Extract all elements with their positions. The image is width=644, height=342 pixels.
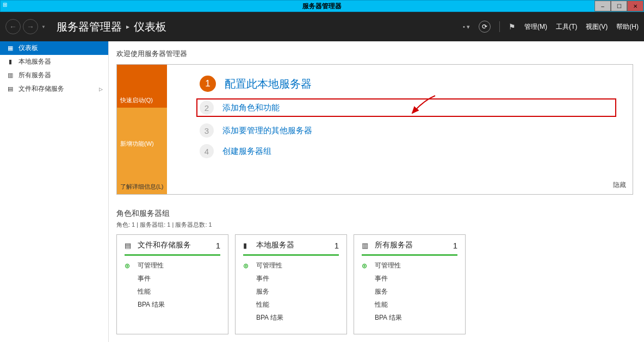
sidebar-item-dashboard[interactable]: ▦ 仪表板 [0,41,108,55]
tab-quickstart[interactable]: 快速启动(Q) [117,65,167,108]
minimize-button[interactable]: – [595,1,611,11]
step-label: 创建服务器组 [222,146,271,157]
file-storage-icon: ▤ [125,241,133,250]
header-right: • ▾ ⟳ ⚑ 管理(M) 工具(T) 视图(V) 帮助(H) [463,21,639,33]
step-number-badge: 3 [200,123,214,138]
card-row-services[interactable]: ⊛服务 [243,287,339,296]
card-row-label: 可管理性 [256,261,282,270]
sidebar-item-label: 仪表板 [18,43,38,53]
card-row-events[interactable]: ⊛事件 [243,274,339,283]
card-row-services[interactable]: ⊛服务 [362,287,457,296]
card-row-events[interactable]: ⊛事件 [362,274,457,283]
step-number-badge: 4 [200,144,214,158]
tab-label: 了解详细信息(L) [120,183,163,191]
roles-groups-heading: 角色和服务器组 [116,209,633,219]
card-row-bpa[interactable]: ⊛BPA 结果 [362,313,457,322]
sidebar-item-local-server[interactable]: ▮ 本地服务器 [0,55,108,69]
maximize-button[interactable]: ☐ [611,1,627,11]
notifications-flag-icon[interactable]: ⚑ [509,22,516,31]
card-all-servers[interactable]: ▥ 所有服务器 1 ⊛可管理性 ⊛事件 ⊛服务 ⊛性能 ⊛BPA 结果 [354,234,466,334]
breadcrumb-current[interactable]: 仪表板 [134,20,166,34]
step-label: 添加角色和功能 [222,103,280,113]
expand-icon[interactable]: ▷ [99,86,103,92]
card-row-bpa[interactable]: ⊛BPA 结果 [243,313,339,322]
card-row-performance[interactable]: ⊛性能 [362,300,457,309]
card-count: 1 [335,241,339,250]
header-bar: ← → ▼ 服务器管理器 ▸ 仪表板 • ▾ ⟳ ⚑ 管理(M) 工具(T) 视… [0,12,644,41]
step-label: 添加要管理的其他服务器 [222,126,312,136]
hide-link[interactable]: 隐藏 [613,181,626,190]
body: ▦ 仪表板 ▮ 本地服务器 ▥ 所有服务器 ▤ 文件和存储服务 ▷ 欢迎使用服务… [0,41,644,342]
sidebar-item-label: 所有服务器 [18,71,51,80]
menu-tools[interactable]: 工具(T) [556,22,577,32]
nav-back-button[interactable]: ← [5,19,21,34]
status-ok-icon: ⊛ [362,262,369,270]
refresh-dropdown-icon[interactable]: • ▾ [463,23,470,30]
card-row-label: BPA 结果 [375,313,402,322]
sidebar-item-all-servers[interactable]: ▥ 所有服务器 [0,69,108,82]
card-row-label: 事件 [375,274,388,283]
breadcrumb: 服务器管理器 ▸ 仪表板 [57,20,166,34]
card-row-manageability[interactable]: ⊛可管理性 [362,261,457,270]
card-count: 1 [216,241,220,250]
welcome-side-tabs: 快速启动(Q) 新增功能(W) 了解详细信息(L) [117,65,167,194]
menu-manage[interactable]: 管理(M) [524,22,547,32]
app-icon: ⊞ [3,2,11,10]
nav-forward-button[interactable]: → [23,19,38,34]
card-header: ▥ 所有服务器 1 [362,240,457,256]
nav-history-dropdown[interactable]: ▼ [41,24,46,29]
card-row-label: 服务 [256,287,269,296]
menu-view[interactable]: 视图(V) [586,22,608,32]
tab-learnmore[interactable]: 了解详细信息(L) [117,151,167,194]
file-storage-icon: ▤ [7,85,14,92]
card-title: 本地服务器 [256,240,330,250]
all-servers-icon: ▥ [7,72,14,79]
sidebar-item-file-storage[interactable]: ▤ 文件和存储服务 ▷ [0,82,108,96]
card-row-manageability[interactable]: ⊛可管理性 [125,261,220,270]
step-label: 配置此本地服务器 [225,77,312,91]
menu-help[interactable]: 帮助(H) [616,22,639,32]
server-group-cards: ▤ 文件和存储服务 1 ⊛可管理性 ⊛事件 ⊛性能 ⊛BPA 结果 ▮ 本地服务… [116,234,633,334]
window-titlebar: ⊞ 服务器管理器 – ☐ ✕ [0,0,644,12]
card-row-label: 可管理性 [375,261,401,270]
sidebar-item-label: 文件和存储服务 [18,84,64,94]
card-row-performance[interactable]: ⊛性能 [125,287,220,296]
dashboard-icon: ▦ [7,45,14,52]
step-add-other-servers[interactable]: 3 添加要管理的其他服务器 [200,123,616,138]
step-create-server-group[interactable]: 4 创建服务器组 [200,144,616,158]
roles-groups-subheading: 角色: 1 | 服务器组: 1 | 服务器总数: 1 [116,221,633,229]
breadcrumb-separator-icon: ▸ [126,23,129,30]
step-number-badge: 1 [200,76,216,92]
main-content: 欢迎使用服务器管理器 快速启动(Q) 新增功能(W) 了解详细信息(L) 1 配… [109,41,644,342]
card-header: ▮ 本地服务器 1 [243,240,339,256]
window-title: 服务器管理器 [302,2,342,11]
welcome-panel: 快速启动(Q) 新增功能(W) 了解详细信息(L) 1 配置此本地服务器 2 添… [116,64,633,195]
tab-label: 快速启动(Q) [120,96,153,104]
step-configure-local-server[interactable]: 1 配置此本地服务器 [200,76,616,92]
card-row-label: BPA 结果 [138,300,165,309]
status-ok-icon: ⊛ [243,262,251,270]
card-row-label: BPA 结果 [256,313,283,322]
card-file-storage-services[interactable]: ▤ 文件和存储服务 1 ⊛可管理性 ⊛事件 ⊛性能 ⊛BPA 结果 [116,234,228,334]
close-button[interactable]: ✕ [627,1,643,11]
card-row-label: 可管理性 [138,261,164,270]
card-local-server[interactable]: ▮ 本地服务器 1 ⊛可管理性 ⊛事件 ⊛服务 ⊛性能 ⊛BPA 结果 [235,234,347,334]
card-row-performance[interactable]: ⊛性能 [243,300,339,309]
card-row-label: 事件 [256,274,269,283]
card-row-manageability[interactable]: ⊛可管理性 [243,261,339,270]
refresh-button[interactable]: ⟳ [479,21,491,33]
header-separator [499,21,500,32]
tab-label: 新增功能(W) [120,140,154,148]
all-servers-icon: ▥ [362,241,370,250]
welcome-heading: 欢迎使用服务器管理器 [116,49,633,59]
card-header: ▤ 文件和存储服务 1 [125,240,220,256]
step-add-roles-features[interactable]: 2 添加角色和功能 [196,98,616,117]
card-row-bpa[interactable]: ⊛BPA 结果 [125,300,220,309]
card-row-label: 事件 [138,274,151,283]
window-controls: – ☐ ✕ [595,1,643,11]
card-title: 文件和存储服务 [138,240,212,250]
tab-whatsnew[interactable]: 新增功能(W) [117,108,167,151]
card-row-label: 性能 [256,300,269,309]
breadcrumb-root[interactable]: 服务器管理器 [57,20,122,34]
card-row-events[interactable]: ⊛事件 [125,274,220,283]
